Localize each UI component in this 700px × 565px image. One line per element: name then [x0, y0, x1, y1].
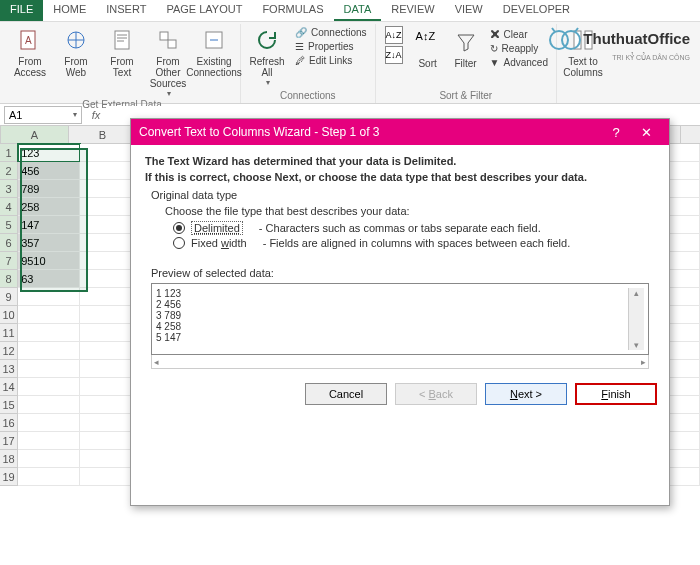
finish-button[interactable]: Finish	[575, 383, 657, 405]
cell[interactable]	[18, 306, 80, 324]
column-header-B[interactable]: B	[69, 126, 137, 144]
row-header[interactable]: 12	[0, 342, 18, 360]
close-button[interactable]: ✕	[631, 125, 661, 140]
choose-file-type-label: Choose the file type that best describes…	[165, 205, 655, 217]
cell[interactable]	[18, 450, 80, 468]
preview-vscroll[interactable]: ▴▾	[628, 288, 644, 350]
watermark-logo: ThuthuatOffice TRI KỶ CỦA DÂN CÔNG	[545, 26, 690, 62]
reapply-button[interactable]: ↻Reapply	[486, 42, 552, 55]
cell[interactable]: 456	[18, 162, 80, 180]
tab-home[interactable]: HOME	[43, 0, 96, 21]
tab-view[interactable]: VIEW	[445, 0, 493, 21]
cell[interactable]: 63	[18, 270, 80, 288]
row-header[interactable]: 18	[0, 450, 18, 468]
row-header[interactable]: 8	[0, 270, 18, 288]
row-header[interactable]: 10	[0, 306, 18, 324]
name-box[interactable]: A1▾	[4, 106, 82, 124]
existing-connections-button[interactable]: ExistingConnections	[192, 24, 236, 78]
row-header[interactable]: 11	[0, 324, 18, 342]
tab-formulas[interactable]: FORMULAS	[252, 0, 333, 21]
fx-icon[interactable]: fx	[86, 109, 106, 121]
row-header[interactable]: 9	[0, 288, 18, 306]
cell[interactable]: 147	[18, 216, 80, 234]
row-header[interactable]: 15	[0, 396, 18, 414]
from-web-button[interactable]: FromWeb	[54, 24, 98, 78]
tab-review[interactable]: REVIEW	[381, 0, 444, 21]
wizard-intro-1: The Text Wizard has determined that your…	[145, 155, 655, 167]
cell[interactable]: 9510	[18, 252, 80, 270]
clear-filter-button[interactable]: 🗙Clear	[486, 28, 552, 41]
properties-icon: ☰	[295, 41, 304, 52]
cell[interactable]	[18, 378, 80, 396]
sort-icon: A↕Z	[414, 28, 442, 56]
properties-button[interactable]: ☰Properties	[291, 40, 371, 53]
fixed-width-desc: - Fields are aligned in columns with spa…	[263, 237, 571, 249]
svg-rect-5	[115, 31, 129, 49]
web-icon	[62, 26, 90, 54]
preview-line: 3 789	[156, 310, 628, 321]
row-header[interactable]: 13	[0, 360, 18, 378]
advanced-filter-button[interactable]: ▼Advanced	[486, 56, 552, 69]
cell[interactable]: 357	[18, 234, 80, 252]
cell[interactable]	[18, 468, 80, 486]
from-text-button[interactable]: FromText	[100, 24, 144, 78]
cell[interactable]	[18, 324, 80, 342]
tab-data[interactable]: DATA	[334, 0, 382, 21]
preview-line: 2 456	[156, 299, 628, 310]
chevron-down-icon: ▾	[73, 110, 77, 119]
wizard-intro-2: If this is correct, choose Next, or choo…	[145, 171, 655, 183]
row-header[interactable]: 2	[0, 162, 18, 180]
svg-point-1	[562, 31, 580, 49]
fixed-width-label[interactable]: Fixed width	[191, 237, 247, 249]
row-header[interactable]: 6	[0, 234, 18, 252]
mascot-icon	[545, 26, 581, 54]
cell[interactable]: 123	[18, 144, 80, 162]
filter-button[interactable]: Filter	[448, 26, 484, 69]
row-header[interactable]: 14	[0, 378, 18, 396]
cell[interactable]: 789	[18, 180, 80, 198]
funnel-icon	[452, 28, 480, 56]
row-header[interactable]: 7	[0, 252, 18, 270]
cell[interactable]: 258	[18, 198, 80, 216]
tab-developer[interactable]: DEVELOPER	[493, 0, 580, 21]
from-access-button[interactable]: AFromAccess	[8, 24, 52, 78]
help-button[interactable]: ?	[601, 125, 631, 140]
sort-desc-button[interactable]: Z↓A	[380, 46, 408, 64]
row-header[interactable]: 1	[0, 144, 18, 162]
back-button: < Back	[395, 383, 477, 405]
edit-links-button[interactable]: 🖉Edit Links	[291, 54, 371, 67]
row-header[interactable]: 16	[0, 414, 18, 432]
svg-text:A: A	[25, 35, 32, 46]
cell[interactable]	[18, 342, 80, 360]
refresh-all-button[interactable]: RefreshAll▾	[245, 24, 289, 87]
sort-button[interactable]: A↕ZSort	[410, 26, 446, 69]
row-header[interactable]: 4	[0, 198, 18, 216]
cell[interactable]	[18, 360, 80, 378]
tab-page-layout[interactable]: PAGE LAYOUT	[156, 0, 252, 21]
cancel-button[interactable]: Cancel	[305, 383, 387, 405]
connections-button[interactable]: 🔗Connections	[291, 26, 371, 39]
preview-hscroll[interactable]: ◂▸	[151, 355, 649, 369]
delimited-radio[interactable]	[173, 222, 185, 234]
row-header[interactable]: 5	[0, 216, 18, 234]
dialog-titlebar[interactable]: Convert Text to Columns Wizard - Step 1 …	[131, 119, 669, 145]
row-header[interactable]: 19	[0, 468, 18, 486]
column-header-K[interactable]: K	[681, 126, 700, 144]
from-other-sources-button[interactable]: From OtherSources▾	[146, 24, 190, 98]
text-to-columns-dialog: Convert Text to Columns Wizard - Step 1 …	[130, 118, 670, 506]
cell[interactable]	[18, 414, 80, 432]
delimited-label[interactable]: Delimited	[191, 221, 243, 235]
next-button[interactable]: Next >	[485, 383, 567, 405]
row-header[interactable]: 17	[0, 432, 18, 450]
group-connections: RefreshAll▾ 🔗Connections ☰Properties 🖉Ed…	[241, 24, 376, 103]
cell[interactable]	[18, 432, 80, 450]
column-header-A[interactable]: A	[1, 126, 69, 144]
cell[interactable]	[18, 396, 80, 414]
fixed-width-radio[interactable]	[173, 237, 185, 249]
row-header[interactable]: 3	[0, 180, 18, 198]
text-file-icon	[108, 26, 136, 54]
cell[interactable]	[18, 288, 80, 306]
tab-insert[interactable]: INSERT	[96, 0, 156, 21]
tab-file[interactable]: FILE	[0, 0, 43, 21]
sort-asc-button[interactable]: A↓Z	[380, 26, 408, 44]
